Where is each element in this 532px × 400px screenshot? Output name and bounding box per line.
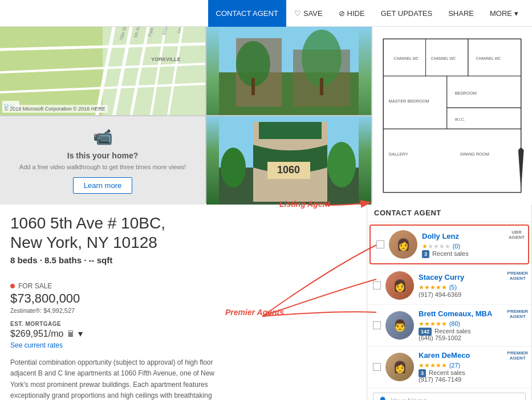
agent-phone-brett: (646) 759-1002	[419, 334, 526, 341]
dropdown-icon[interactable]: ▾	[78, 328, 83, 339]
agent-reviews-karen: (27)	[449, 362, 461, 369]
agent-stars-karen: ★★★★★	[419, 362, 447, 369]
mortgage-amount: $269,951/mo 🖩 ▾	[10, 328, 113, 339]
circle-slash-icon: ⊘	[339, 9, 345, 18]
agent-stars-stacey: ★★★★★	[419, 284, 447, 291]
share-button[interactable]: SHARE	[440, 0, 482, 27]
map-copyright: © 2016 Microsoft Corporation © 2016 HERE	[2, 105, 108, 113]
price-column: FOR SALE $73,800,000 Zestimate®: $4,992,…	[10, 272, 124, 349]
contact-form: 👤 📞 ✉	[367, 388, 531, 400]
agent-tag-brett: PREMIER AGENT	[507, 309, 528, 320]
middle-row: FOR SALE $73,800,000 Zestimate®: $4,992,…	[10, 272, 356, 349]
floorplan-svg: CHANNEL WC CHANNEL WC CHANNEL WC MASTER …	[378, 30, 526, 201]
agent-tag-stacey: PREMIER AGENT	[507, 271, 528, 281]
street-svg-2: 1060	[206, 116, 371, 205]
agent-sales-karen: 3 Recent sales	[419, 369, 526, 376]
agent-checkbox-3[interactable]	[373, 321, 381, 329]
agent-stars-brett: ★★★★★	[419, 320, 447, 327]
image-grid: 79th St 5th Ave Park Ave 85th St 1st Ave…	[0, 27, 532, 203]
name-input[interactable]	[391, 397, 521, 400]
agent-phone-karen: (917) 746-7149	[419, 376, 526, 383]
property-details: 8 beds · 8.5 baths · -- sqft	[10, 255, 356, 265]
sale-dot-icon	[10, 284, 15, 288]
property-description: Potential combination opportunity (subje…	[10, 357, 227, 400]
svg-text:1060: 1060	[277, 164, 300, 175]
more-button[interactable]: MORE ▾	[482, 0, 526, 27]
svg-text:GALLERY: GALLERY	[389, 152, 408, 157]
video-prompt-subtitle: Add a free video walkthrough to get thre…	[19, 164, 186, 170]
svg-text:W.I.C.: W.I.C.	[455, 117, 465, 121]
agent-badge-dolly: 3	[422, 250, 429, 258]
svg-point-50	[221, 148, 246, 187]
svg-rect-25	[320, 78, 323, 95]
video-prompt: 📹 Is this your home? Add a free video wa…	[0, 116, 205, 205]
video-camera-icon: 📹	[93, 128, 113, 146]
top-nav: CONTACT AGENT ♡ SAVE ⊘ HIDE GET UPDATES …	[0, 0, 532, 27]
svg-text:MASTER BEDROOM: MASTER BEDROOM	[389, 99, 429, 104]
main-content: 1060 5th Ave # 10BC, New York, NY 10128 …	[0, 203, 532, 400]
svg-text:CHANNEL WC: CHANNEL WC	[394, 57, 419, 61]
left-content: 1060 5th Ave # 10BC, New York, NY 10128 …	[0, 203, 367, 400]
svg-point-51	[327, 142, 356, 187]
agent-avatar-stacey: 👩	[385, 271, 414, 300]
see-rates-link[interactable]: See current rates	[10, 341, 113, 349]
svg-text:DINING ROOM: DINING ROOM	[460, 152, 489, 157]
agent-checkbox-4[interactable]	[373, 363, 381, 371]
agent-sales-dolly: 3 Recent sales	[422, 250, 522, 257]
street-svg-1	[206, 27, 371, 115]
svg-text:BEDROOM: BEDROOM	[455, 91, 477, 96]
agent-reviews-dolly: (0)	[453, 243, 460, 250]
svg-rect-47	[259, 122, 322, 139]
name-field-container: 👤	[373, 393, 526, 400]
hide-button[interactable]: ⊘ HIDE	[331, 0, 373, 27]
agent-row-stacey-curry[interactable]: 👩 Stacey Curry ★★★★★ (5) (917) 494-6369 …	[367, 267, 531, 305]
mortgage-label: EST. MORTGAGE	[10, 321, 113, 327]
for-sale-badge: FOR SALE	[10, 282, 113, 290]
calculator-icon[interactable]: 🖩	[67, 329, 75, 338]
agent-tag-dolly: UBR AGENT	[509, 230, 525, 240]
learn-more-button[interactable]: Learn more	[73, 177, 132, 194]
save-button[interactable]: ♡ SAVE	[286, 0, 331, 27]
street-image-1	[206, 27, 371, 115]
agent-phone-stacey: (917) 494-6369	[419, 291, 526, 298]
agent-checkbox-1[interactable]	[376, 240, 384, 248]
agent-checkbox-2[interactable]	[373, 281, 381, 289]
svg-rect-24	[251, 78, 255, 95]
agent-row-dolly-lenz[interactable]: 👩 Dolly Lenz ★★★★★ (0) 3 Recent sales UB…	[369, 225, 529, 264]
contact-panel: CONTACT AGENT 👩 Dolly Lenz ★★★★★ (0) 3 R…	[367, 203, 532, 400]
agent-row-brett-comeaux[interactable]: 👨 Brett Comeaux, MBA ★★★★★ (80) 142 Rece…	[367, 305, 531, 346]
agent-reviews-stacey: (5)	[449, 284, 457, 291]
map-image: 79th St 5th Ave Park Ave 85th St 1st Ave…	[0, 27, 205, 115]
zestimate: Zestimate®: $4,992,527	[10, 307, 113, 314]
floorplan-image: CHANNEL WC CHANNEL WC CHANNEL WC MASTER …	[372, 27, 532, 205]
right-panel: CONTACT AGENT 👩 Dolly Lenz ★★★★★ (0) 3 R…	[367, 203, 532, 400]
agent-stars-dolly: ★★★★★	[422, 243, 450, 250]
agent-avatar-karen: 👩	[385, 353, 414, 381]
street-image-2: 1060	[206, 116, 371, 205]
agent-row-karen-demeco[interactable]: 👩 Karen DeMeco ★★★★★ (27) 3 Recent sales…	[367, 346, 531, 388]
agent-avatar-brett: 👨	[385, 311, 414, 340]
agent-rating-stacey: ★★★★★ (5)	[419, 283, 526, 291]
agent-reviews-brett: (80)	[449, 320, 461, 327]
map-svg: 79th St 5th Ave Park Ave 85th St 1st Ave…	[0, 27, 205, 115]
chevron-down-icon: ▾	[514, 9, 518, 18]
svg-text:CHANNEL WC: CHANNEL WC	[476, 57, 501, 61]
get-updates-button[interactable]: GET UPDATES	[373, 0, 441, 27]
agent-info-dolly: Dolly Lenz ★★★★★ (0) 3 Recent sales	[422, 232, 522, 257]
video-prompt-title: Is this your home?	[67, 151, 138, 160]
agent-rating-brett: ★★★★★ (80)	[419, 319, 526, 328]
agent-rating-karen: ★★★★★ (27)	[419, 361, 526, 369]
agent-avatar-dolly: 👩	[389, 230, 417, 259]
agent-name-dolly: Dolly Lenz	[422, 232, 522, 240]
svg-text:CHANNEL WC: CHANNEL WC	[431, 57, 456, 61]
property-address: 1060 5th Ave # 10BC, New York, NY 10128	[10, 214, 356, 252]
listing-price: $73,800,000	[10, 291, 113, 306]
agent-tag-karen: PREMIER AGENT	[507, 351, 528, 361]
heart-icon: ♡	[294, 9, 301, 18]
svg-text:YORKVILLE: YORKVILLE	[151, 56, 181, 62]
contact-agent-button[interactable]: CONTACT AGENT	[208, 0, 286, 27]
person-icon: 👤	[378, 397, 387, 400]
agent-rating-dolly: ★★★★★ (0)	[422, 242, 522, 250]
contact-panel-title: CONTACT AGENT	[367, 204, 531, 222]
agent-sales-brett: 142 Recent sales	[419, 328, 526, 334]
